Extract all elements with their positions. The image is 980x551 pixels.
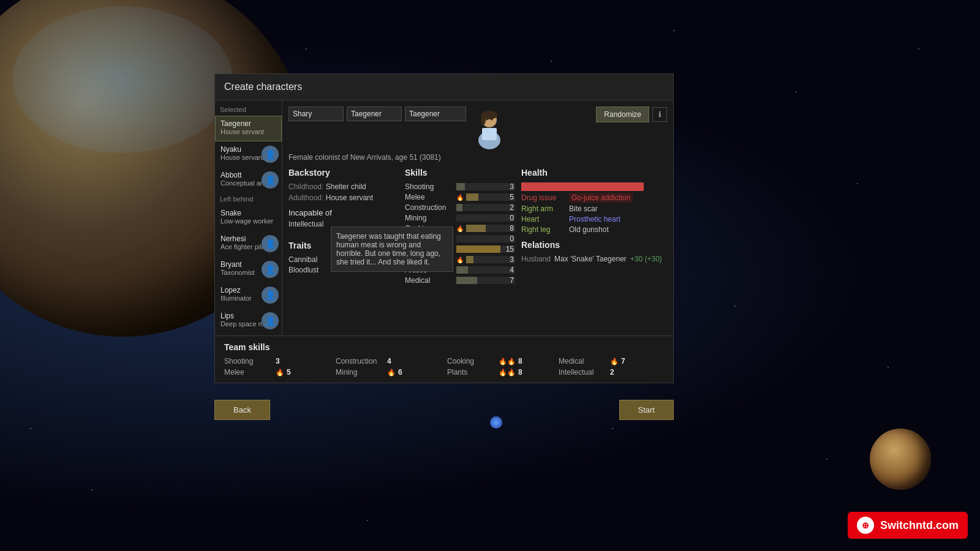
relation-value-husband: +30 (+30)	[630, 255, 662, 263]
svg-point-4	[486, 119, 488, 121]
health-drug-row: Drug issue Go-juice addiction	[521, 193, 667, 203]
character-description: Female colonist of New Arrivals, age 51 …	[288, 153, 667, 162]
ts-value-melee: 5	[287, 368, 291, 377]
ts-flame-plants: 🔥🔥	[499, 369, 516, 377]
relation-husband-row: Husband Max 'Snake' Taegener +30 (+30)	[521, 255, 667, 263]
ts-value-shooting: 3	[276, 357, 280, 365]
char-item-nyaku[interactable]: Nyaku House servant 👤	[215, 141, 282, 167]
ts-value-medical: 7	[621, 357, 625, 365]
ts-flame-cooking: 🔥🔥	[499, 358, 516, 365]
first-name-input[interactable]	[288, 107, 344, 121]
ts-name-shooting: Shooting	[224, 357, 273, 365]
health-label-rightarm: Right arm	[521, 204, 564, 213]
skill-melee: Melee 🔥 5	[405, 193, 515, 201]
ts-name-plants: Plants	[447, 368, 496, 377]
back-button[interactable]: Back	[214, 400, 270, 420]
char-item-nerhesi[interactable]: Nerhesi Ace fighter pilot 👤	[215, 231, 282, 257]
incapable-section: Incapable of Intellectual	[288, 208, 399, 228]
relations-title: Relations	[521, 240, 667, 250]
dialog-content: Selected Taegener House servant Nyaku Ho…	[215, 100, 673, 337]
skill-name-construction: Construction	[405, 203, 454, 212]
switch-badge: ⊕ Switchntd.com	[848, 512, 968, 539]
ts-name-medical: Medical	[559, 357, 608, 365]
skill-bar-medical: 7	[456, 277, 515, 284]
drug-bar	[521, 182, 644, 191]
skill-bar-cooking: 8	[466, 225, 515, 232]
char-item-lopez[interactable]: Lopez Illuminator 👤	[215, 282, 282, 308]
char-item-abbott[interactable]: Abbott Conceptual artist 👤	[215, 167, 282, 193]
switch-icon: ⊕	[857, 517, 874, 534]
character-list: Selected Taegener House servant Nyaku Ho…	[215, 100, 282, 337]
ts-flame-melee: 🔥	[276, 369, 284, 377]
name-inputs	[288, 107, 466, 121]
team-skills-title: Team skills	[224, 342, 664, 352]
skill-value-medical: 7	[502, 277, 514, 284]
ts-value-intellectual: 2	[610, 368, 614, 377]
char-name-snake: Snake	[221, 209, 276, 217]
skill-value-shooting: 3	[502, 183, 514, 190]
char-item-bryant[interactable]: Bryant Taxonomist 👤	[215, 257, 282, 282]
skill-bar-mining: 0	[456, 214, 515, 222]
char-item-lips[interactable]: Lips Deep space miner 👤	[215, 308, 282, 334]
char-avatar-lips: 👤	[262, 312, 279, 329]
backstory-title: Backstory	[288, 168, 399, 178]
relation-name-husband: Max 'Snake' Taegener	[554, 255, 627, 263]
skill-name-shooting: Shooting	[405, 182, 454, 191]
left-behind-label: Left behind	[215, 193, 282, 205]
ts-value-plants: 8	[518, 368, 522, 377]
planet-small	[870, 429, 931, 490]
skill-bar-artistic: 4	[456, 266, 515, 274]
char-avatar-nyaku: 👤	[262, 146, 279, 163]
char-avatar-bryant: 👤	[262, 261, 279, 278]
skill-bar-crafting: 3	[466, 256, 515, 263]
skill-value-animals: 15	[502, 246, 514, 253]
char-item-snake[interactable]: Snake Low-wage worker	[215, 205, 282, 231]
skill-name-melee: Melee	[405, 193, 454, 201]
char-role-snake: Low-wage worker	[221, 217, 276, 225]
bottom-buttons: Back Start	[214, 400, 674, 420]
skill-mining: Mining 0	[405, 214, 515, 222]
team-skill-mining: Mining 🔥 6	[336, 368, 441, 377]
skill-bar-animals: 15	[456, 246, 515, 253]
char-item-taegener[interactable]: Taegener House servant	[215, 116, 282, 141]
randomize-button[interactable]: Randomize	[596, 107, 649, 122]
skill-name-mining: Mining	[405, 214, 454, 222]
start-button[interactable]: Start	[619, 400, 674, 420]
health-label-heart: Heart	[521, 215, 564, 223]
skill-construction: Construction 2	[405, 203, 515, 212]
switch-brand: Switchntd.com	[880, 519, 959, 532]
middle-name-input[interactable]	[347, 107, 402, 121]
char-name-taegener: Taegener	[221, 119, 276, 128]
skill-bar-shooting: 3	[456, 183, 515, 190]
ts-name-construction: Construction	[336, 357, 385, 365]
info-button[interactable]: ℹ	[652, 107, 667, 122]
health-column: Health Drug issue Go-juice addiction Rig…	[521, 168, 667, 287]
cooking-passion-icon: 🔥	[456, 225, 464, 232]
create-characters-dialog: Create characters Selected Taegener Hous…	[214, 73, 674, 337]
skills-title: Skills	[405, 168, 515, 178]
health-condition-drug: Go-juice addiction	[569, 193, 633, 203]
skill-value-plants: 0	[502, 235, 514, 242]
ts-flame-medical: 🔥	[610, 358, 619, 365]
character-details: Randomize ℹ Female colonist of New Arriv…	[282, 100, 673, 337]
dialog-title: Create characters	[215, 74, 673, 100]
relation-type-husband: Husband	[521, 255, 551, 263]
health-condition-rightleg: Old gunshot	[569, 225, 609, 234]
team-skill-melee: Melee 🔥 5	[224, 368, 330, 377]
skill-bar-melee: 5	[466, 193, 515, 201]
skill-value-melee: 5	[502, 193, 514, 201]
health-condition-heart: Prosthetic heart	[569, 215, 620, 223]
ts-name-mining: Mining	[336, 368, 385, 377]
ts-name-melee: Melee	[224, 368, 273, 377]
childhood-row: Childhood: Shelter child	[288, 182, 399, 191]
adulthood-value: House servant	[326, 193, 373, 202]
health-title: Health	[521, 168, 667, 178]
ts-name-intellectual: Intellectual	[559, 368, 608, 377]
last-name-input[interactable]	[405, 107, 466, 121]
skill-bar-construction: 2	[456, 204, 515, 211]
health-rightarm-row: Right arm Bite scar	[521, 204, 667, 213]
svg-rect-6	[482, 128, 497, 140]
health-label-drug: Drug issue	[521, 193, 564, 202]
skill-name-medical: Medical	[405, 276, 454, 285]
skill-value-cooking: 8	[502, 225, 514, 232]
